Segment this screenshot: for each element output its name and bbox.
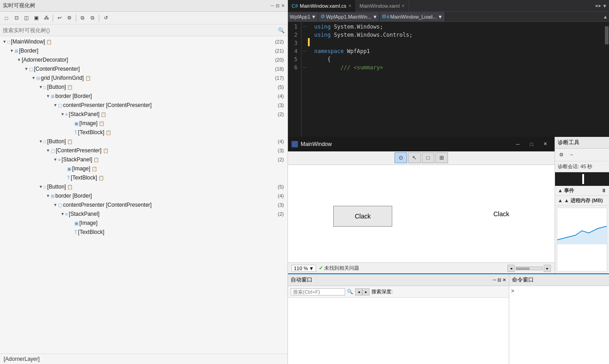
auto-float-icon[interactable]: ⊟	[497, 277, 501, 282]
events-collapse-icon[interactable]: ▲	[558, 188, 563, 193]
maximize-btn[interactable]: □	[526, 138, 537, 150]
show-adorners-btn[interactable]: ▣	[32, 14, 41, 23]
code-scrollbar[interactable]	[604, 22, 609, 137]
tree-item-textblock3[interactable]: T [TextBlock]	[0, 228, 287, 237]
visual-tree-search-row: 🔍	[0, 24, 287, 36]
tree-item-border3[interactable]: ▼ ⊞ border [Border] (4)	[0, 191, 287, 200]
tree-item-mainwindow[interactable]: ▼ □ [MainWindow] 📋 (22)	[0, 37, 287, 46]
tree-item-textblock1[interactable]: T [TextBlock] 📋	[0, 128, 287, 137]
visual-tree-container[interactable]: ▼ □ [MainWindow] 📋 (22) ▼ ⊞ [Border] (21…	[0, 36, 287, 354]
pin-icon[interactable]: ─	[271, 3, 274, 8]
collapse-1[interactable]: ─	[302, 23, 308, 31]
tab-xaml[interactable]: MainWindow.xaml ✕	[356, 0, 409, 12]
diag-settings-btn[interactable]: ⚙	[557, 150, 566, 159]
scroll-left-btn[interactable]: ◂	[507, 265, 515, 272]
rect-tool-btn[interactable]: □	[422, 152, 434, 163]
memory-collapse-icon[interactable]: ▲	[558, 198, 563, 203]
close-window-btn[interactable]: ✕	[539, 138, 551, 150]
label-tb2: [TextBlock]	[71, 175, 97, 181]
select-tool-btn[interactable]: ⊙	[395, 152, 407, 163]
refresh-btn[interactable]: ↺	[101, 14, 110, 23]
kw-using2: using	[314, 31, 331, 39]
scroll-track[interactable]	[516, 267, 543, 270]
member-dropdown[interactable]: ⚙a MainWindow_Load... ▼	[380, 12, 444, 21]
tree-item-uniformgrid[interactable]: ▼ ⊟ grid [UniformGrid] 📋 (17)	[0, 73, 287, 83]
select-element-btn[interactable]: □	[2, 14, 11, 23]
close-icon[interactable]: ✕	[281, 3, 285, 8]
tree-item-textblock2[interactable]: T [TextBlock] 📋	[0, 173, 287, 182]
icon-tb2: T	[67, 175, 70, 180]
diag-export-btn[interactable]: →	[567, 150, 576, 159]
tab-cs[interactable]: C# MainWindow.xaml.cs ✕	[288, 0, 356, 12]
tree-item-stackpanel3[interactable]: ▼ ≡ [StackPanel] (2)	[0, 209, 287, 218]
tab-dropdown[interactable]: ▼	[602, 3, 607, 9]
namespace-dropdown[interactable]: WpfApp1 ▼	[288, 12, 318, 21]
collapse-6[interactable]: ─	[302, 63, 308, 72]
tree-item-stackpanel1[interactable]: ▼ ≡ [StackPanel] 📋 (2)	[0, 110, 287, 119]
tree-item-image3[interactable]: ▣ [Image]	[0, 218, 287, 228]
tab-xaml-close[interactable]: ✕	[401, 4, 405, 8]
tab-scroll-right[interactable]: ▸	[599, 3, 601, 9]
class-dropdown[interactable]: ⚙ WpfApp1.MainWin... ▼	[319, 12, 379, 21]
copy-btn[interactable]: ⧉	[78, 14, 87, 23]
namespace-label: WpfApp1	[290, 14, 310, 19]
auto-nav-left[interactable]: ◂	[355, 288, 362, 296]
tree-item-image1[interactable]: ▣ [Image] 📋	[0, 119, 287, 128]
tree-item-image2[interactable]: ▣ [Image] 📋	[0, 164, 287, 173]
highlight-btn[interactable]: ⊡	[12, 14, 21, 23]
code-text-area[interactable]: using System.Windows; using System.Windo…	[311, 22, 604, 137]
tree-item-border1[interactable]: ▼ ⊞ [Border] (21)	[0, 46, 287, 55]
code-scroll-thumb[interactable]	[605, 26, 609, 44]
search-input[interactable]	[3, 27, 278, 34]
tree-item-button2[interactable]: ▼ □ [Button] 📋 (4)	[0, 137, 287, 146]
auto-pin-icon[interactable]: ─	[493, 277, 496, 282]
arrow-btn3: ▼	[38, 184, 44, 189]
clack-button-1[interactable]: Clack	[333, 206, 392, 227]
tree-item-contentpresenter1[interactable]: ▼ ▢ [ContentPresenter] (18)	[0, 64, 287, 73]
collapse-3	[302, 39, 308, 47]
arrow-mainwindow: ▼	[2, 39, 7, 44]
tree-item-cp4[interactable]: ▼ ▢ contentPresenter [ContentPresenter] …	[0, 200, 287, 209]
go-back-btn[interactable]: ↩	[55, 14, 64, 23]
pointer-tool-btn[interactable]: ↖	[408, 152, 421, 163]
label-btn3: [Button]	[47, 184, 66, 190]
diagnostics-panel: 诊断工具 ⚙ → 诊断会话: 45 秒 ▲	[555, 137, 609, 274]
command-content[interactable]: >	[509, 286, 609, 364]
zoom-control[interactable]: 110 % ▼	[292, 265, 316, 272]
xaml-window-titlebar: MainWindow ─ □ ✕	[288, 137, 555, 151]
tree-item-cp3[interactable]: ▼ ▢ [ContentPresenter] 📋 (3)	[0, 146, 287, 155]
events-pause-btn[interactable]: ⏸	[601, 188, 606, 193]
status-text: 未找到相关问题	[324, 265, 359, 272]
xaml-preview-area: MainWindow ─ □ ✕ ⊙ ↖ □ ⊞	[288, 137, 555, 274]
collapse-4[interactable]: ─	[302, 47, 308, 55]
auto-window: 自动窗口 ─ ⊟ ✕ 🔍 ◂ ▸ 搜索深度:	[288, 274, 509, 364]
ln-2: 2	[290, 31, 297, 39]
tree-item-button3[interactable]: ▼ □ [Button] 📋 (5)	[0, 182, 287, 191]
auto-close-icon[interactable]: ✕	[502, 277, 506, 282]
auto-search-input[interactable]	[291, 288, 345, 296]
auto-nav-right[interactable]: ▸	[362, 288, 370, 296]
label-ugrid: grid [UniformGrid]	[41, 75, 84, 81]
count-border2: (4)	[278, 93, 286, 99]
tree-item-adorner[interactable]: ▼ [AdornerDecorator] (20)	[0, 55, 287, 64]
tree-item-button1[interactable]: ▼ □ [Button] 📋 (5)	[0, 83, 287, 92]
float-icon[interactable]: ⊟	[276, 3, 279, 8]
xaml-window-title: MainWindow	[301, 141, 512, 147]
track-focused-btn[interactable]: ◫	[22, 14, 31, 23]
show-just-my-btn[interactable]: ⁂	[42, 14, 51, 23]
tree-item-stackpanel2[interactable]: ▼ ≡ [StackPanel] 📋 (2)	[0, 155, 287, 164]
label-adorner: [AdornerDecorator]	[22, 57, 68, 63]
minimize-btn[interactable]: ─	[512, 138, 524, 150]
grid-tool-btn[interactable]: ⊞	[435, 152, 448, 163]
tab-cs-close[interactable]: ✕	[348, 4, 352, 8]
tab-scroll-left[interactable]: ◂	[595, 3, 598, 9]
arrow-border3: ▼	[45, 194, 51, 198]
nav-scroll-up[interactable]: ▲	[602, 12, 609, 21]
scroll-right-btn[interactable]: ▸	[544, 265, 551, 272]
settings-btn[interactable]: ⚙	[65, 14, 74, 23]
tree-item-cp2[interactable]: ▼ ▢ contentPresenter [ContentPresenter] …	[0, 101, 287, 110]
tree-item-border2[interactable]: ▼ ⊞ border [Border] (4)	[0, 92, 287, 101]
copy2-btn[interactable]: ⧉	[88, 14, 97, 23]
label-img1: [Image]	[79, 120, 97, 126]
status-message: ✓ 未找到相关问题	[319, 265, 359, 272]
